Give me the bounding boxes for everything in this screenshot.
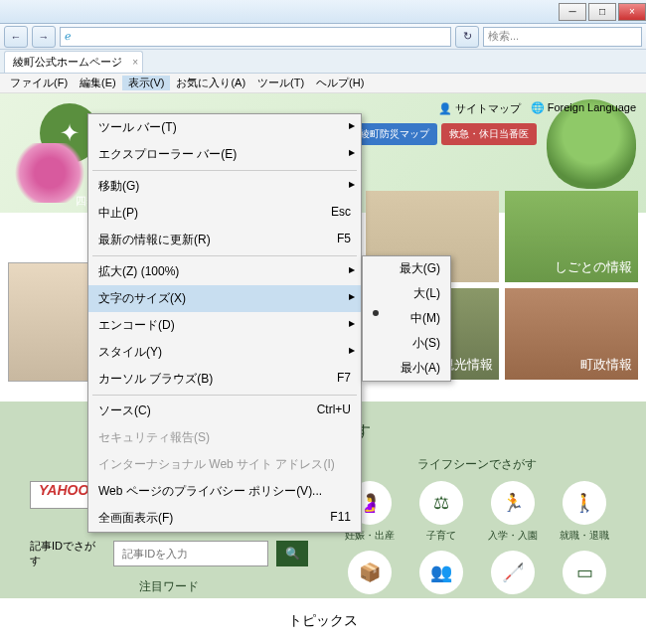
icon-school[interactable]: 🏃入学・入園	[481, 481, 545, 543]
maximize-button[interactable]: □	[588, 3, 616, 21]
article-id-label: 記事IDでさがす	[30, 539, 105, 568]
menubar: ファイル(F) 編集(E) 表示(V) お気に入り(A) ツール(T) ヘルプ(…	[0, 74, 646, 93]
text-size-submenu: 最大(G)大(L)中(M)小(S)最小(A)	[362, 255, 451, 382]
icon-childcare[interactable]: ⚖子育て	[409, 481, 473, 543]
back-button[interactable]: ←	[4, 26, 28, 48]
submenu-item[interactable]: 小(S)	[363, 331, 450, 356]
hot-words-title: 注目ワード	[30, 578, 308, 595]
life-scene-title: ライフシーンでさがす	[338, 456, 616, 473]
menu-view[interactable]: 表示(V)	[122, 76, 171, 90]
article-id-button[interactable]: 🔍	[276, 541, 308, 566]
emergency-button[interactable]: 救急・休日当番医	[441, 123, 537, 145]
menu-item: セキュリティ報告(S)	[88, 424, 361, 451]
menu-item[interactable]: ツール バー(T)	[88, 114, 361, 141]
submenu-item[interactable]: 大(L)	[363, 281, 450, 306]
life-icon-grid: 🤰妊娠・出産 ⚖子育て 🏃入学・入園 🚶就職・退職 📦引越・住まい 👥結婚・離婚…	[338, 481, 616, 612]
tab-active[interactable]: 綾町公式ホームページ ×	[4, 51, 143, 73]
submenu-item[interactable]: 中(M)	[363, 306, 450, 331]
titlebar: ─ □ ×	[0, 0, 646, 24]
menu-edit[interactable]: 編集(E)	[74, 76, 122, 90]
view-menu-dropdown: ツール バー(T)エクスプローラー バー(E)移動(G)中止(P)Esc最新の情…	[87, 113, 362, 533]
close-button[interactable]: ×	[618, 3, 646, 21]
address-bar[interactable]: ℯ	[60, 27, 451, 47]
menu-item[interactable]: エンコード(D)	[88, 312, 361, 339]
forward-button[interactable]: →	[32, 26, 56, 48]
menu-help[interactable]: ヘルプ(H)	[310, 76, 370, 90]
menu-item[interactable]: カーソル ブラウズ(B)F7	[88, 366, 361, 393]
sitemap-link[interactable]: 👤 サイトマップ	[438, 101, 521, 116]
menu-item[interactable]: 全画面表示(F)F11	[88, 505, 361, 532]
submenu-item[interactable]: 最小(A)	[363, 356, 450, 381]
language-link[interactable]: 🌐 Foreign Language	[531, 101, 636, 116]
card-gov[interactable]: 町政情報	[505, 288, 638, 380]
menu-item[interactable]: スタイル(Y)	[88, 339, 361, 366]
topics-heading: トピックス	[0, 598, 646, 644]
browser-window: ─ □ × ← → ℯ ↻ 検索... 綾町公式ホームページ × ファイル(F)…	[0, 0, 646, 644]
disaster-map-button[interactable]: 綾町防災マップ	[352, 123, 437, 145]
menu-item[interactable]: 最新の情報に更新(R)F5	[88, 227, 361, 253]
menu-item[interactable]: 中止(P)Esc	[88, 200, 361, 227]
icon-job[interactable]: 🚶就職・退職	[553, 481, 616, 543]
submenu-item[interactable]: 最大(G)	[363, 256, 450, 281]
menu-file[interactable]: ファイル(F)	[4, 76, 74, 90]
minimize-button[interactable]: ─	[559, 3, 586, 21]
menu-tools[interactable]: ツール(T)	[251, 76, 310, 90]
refresh-button[interactable]: ↻	[455, 26, 479, 48]
card-work[interactable]: しごとの情報	[505, 191, 638, 282]
menu-item[interactable]: Web ページのプライバシー ポリシー(V)...	[88, 478, 361, 505]
menu-item[interactable]: 文字のサイズ(X)	[88, 285, 361, 312]
ie-icon: ℯ	[65, 30, 72, 43]
menu-favorites[interactable]: お気に入り(A)	[170, 76, 251, 90]
menu-item[interactable]: エクスプローラー バー(E)	[88, 141, 361, 168]
menu-item[interactable]: 拡大(Z) (100%)	[88, 258, 361, 285]
menu-item: インターナショナル Web サイト アドレス(I)	[88, 451, 361, 478]
tab-close-icon[interactable]: ×	[132, 57, 138, 68]
article-id-input[interactable]	[113, 541, 268, 566]
tab-title: 綾町公式ホームページ	[13, 55, 122, 70]
navbar: ← → ℯ ↻ 検索...	[0, 24, 646, 50]
menu-item[interactable]: ソース(C)Ctrl+U	[88, 398, 361, 424]
content-area: ✦ 👤 サイトマップ 🌐 Foreign Language 綾町防災マップ 救急…	[0, 93, 646, 644]
menu-item[interactable]: 移動(G)	[88, 173, 361, 200]
search-bar[interactable]: 検索...	[483, 27, 642, 47]
tab-bar: 綾町公式ホームページ ×	[0, 50, 646, 74]
